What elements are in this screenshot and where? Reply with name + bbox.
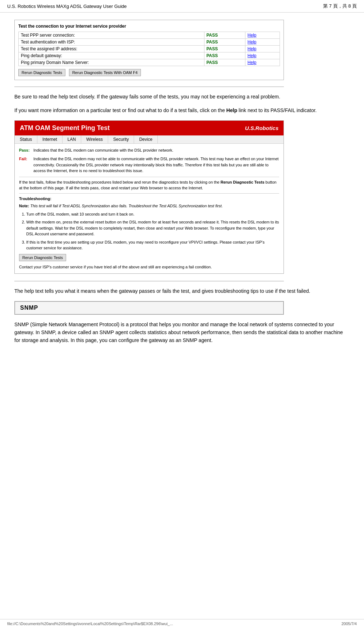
contact-text: Contact your ISP's customer service if y… — [19, 264, 279, 270]
row-label: Ping primary Domain Name Server: — [19, 59, 204, 66]
nav-tab[interactable]: Security — [108, 135, 134, 143]
note-label: Note: — [19, 204, 30, 208]
pass-status: PASS — [204, 32, 245, 39]
para2-bold: Help — [226, 107, 237, 113]
page-number: 第 7 頁，共 8 頁 — [323, 3, 357, 9]
page-header: U.S. Robotics Wireless MAXg ADSL Gateway… — [0, 0, 364, 13]
pass-indicator: Pass: — [19, 147, 33, 153]
diag-buttons: Rerun Diagnostic Tests Rerun Diagnostic … — [18, 69, 280, 76]
footer-date: 2005/7/4 — [341, 622, 357, 626]
pass-row: Pass: Indicates that the DSL modem can c… — [19, 147, 279, 153]
help-link[interactable]: Help — [245, 52, 280, 59]
list-item: If this is the first time you are settin… — [26, 239, 279, 251]
table-row: Ping primary Domain Name Server: PASS He… — [19, 59, 280, 66]
row-label: Ping default gateway: — [19, 52, 204, 59]
pass-status: PASS — [204, 46, 245, 52]
para2-text2: link next to its PASS/FAIL indicator. — [237, 107, 317, 113]
table-row: Ping default gateway: PASS Help — [19, 52, 280, 59]
row-label: Test authentication with ISP: — [19, 39, 204, 46]
paragraph-3: The help text tells you what it means wh… — [14, 287, 350, 295]
screenshot-body: Pass: Indicates that the DSL modem can c… — [15, 144, 284, 274]
table-row: Test the assigned IP address: PASS Help — [19, 46, 280, 52]
list-item: With the modem on, press the external re… — [26, 219, 279, 237]
footer-path: file://C:\Documents%20and%20Settings\ivo… — [7, 622, 173, 626]
fail-indicator: Fail: — [19, 156, 33, 174]
nav-tab[interactable]: LAN — [63, 135, 81, 143]
nav-tab[interactable]: Wireless — [81, 135, 108, 143]
screenshot-header: ATM OAM Segment Ping Test U.S.Robotics — [15, 121, 284, 135]
nav-tab[interactable]: Device — [134, 135, 158, 143]
rerun-diag-oam-button[interactable]: Rerun Diagnostic Tests With OAM F4 — [69, 69, 141, 76]
page-footer: file://C:\Documents%20and%20Settings\ivo… — [0, 619, 364, 628]
pass-status: PASS — [204, 52, 245, 59]
rerun-btn-area: Rerun Diagnostic Tests — [19, 254, 279, 261]
snmp-title: SNMP — [20, 305, 38, 311]
paragraph-1: Be sure to read the help text closely. I… — [14, 93, 350, 101]
help-link[interactable]: Help — [245, 32, 280, 39]
troubleshoot-title: Troubleshooting: — [19, 196, 279, 202]
troubleshoot-steps: Turn off the DSL modem, wait 10 seconds … — [26, 211, 279, 251]
pass-status: PASS — [204, 59, 245, 66]
fail-row: Fail: Indicates that the DSL modem may n… — [19, 156, 279, 174]
diagnostic-results-box: Test the connection to your Internet ser… — [14, 20, 284, 80]
nav-tab[interactable]: Status — [15, 135, 37, 143]
fail-desc: Indicates that the DSL modem may not be … — [33, 156, 279, 174]
table-row: Test authentication with ISP: PASS Help — [19, 39, 280, 46]
pass-desc: Indicates that the DSL modem can communi… — [33, 147, 279, 153]
rerun-diag-button[interactable]: Rerun Diagnostic Tests — [18, 69, 65, 76]
diag-box-title: Test the connection to your Internet ser… — [18, 24, 280, 29]
row-label: Test PPP server connection: — [19, 32, 204, 39]
atm-title: ATM OAM Segment Ping Test — [20, 124, 110, 132]
screenshot-nav: StatusInternetLANWirelessSecurityDevice — [15, 135, 284, 144]
help-link[interactable]: Help — [245, 59, 280, 66]
snmp-body: SNMP (Simple Network Management Protocol… — [14, 320, 350, 345]
usr-logo: U.S.Robotics — [245, 125, 278, 131]
pass-status: PASS — [204, 39, 245, 46]
snmp-header-box: SNMP — [14, 301, 284, 315]
table-row: Test PPP server connection: PASS Help — [19, 32, 280, 39]
help-link[interactable]: Help — [245, 39, 280, 46]
paragraph-2: If you want more information on a partic… — [14, 106, 350, 114]
note-content: This test will fail if Test ADSL Synchro… — [30, 204, 223, 208]
atm-oam-screenshot-box: ATM OAM Segment Ping Test U.S.Robotics S… — [14, 120, 284, 274]
list-item: Turn off the DSL modem, wait 10 seconds … — [26, 211, 279, 217]
diag-table: Test PPP server connection: PASS Help Te… — [18, 32, 280, 66]
help-link[interactable]: Help — [245, 46, 280, 52]
para2-text1: If you want more information on a partic… — [14, 107, 226, 113]
divider-2 — [14, 281, 284, 281]
main-content: Test the connection to your Internet ser… — [0, 13, 364, 357]
body-text: If the test fails, follow the troublesho… — [19, 179, 279, 191]
divider-1 — [14, 87, 284, 87]
atm-rerun-button[interactable]: Rerun Diagnostic Tests — [19, 254, 66, 261]
note-text: Note: This test will fail if Test ADSL S… — [19, 203, 279, 209]
row-label: Test the assigned IP address: — [19, 46, 204, 52]
nav-tab[interactable]: Internet — [37, 135, 63, 143]
doc-title: U.S. Robotics Wireless MAXg ADSL Gateway… — [7, 4, 127, 9]
